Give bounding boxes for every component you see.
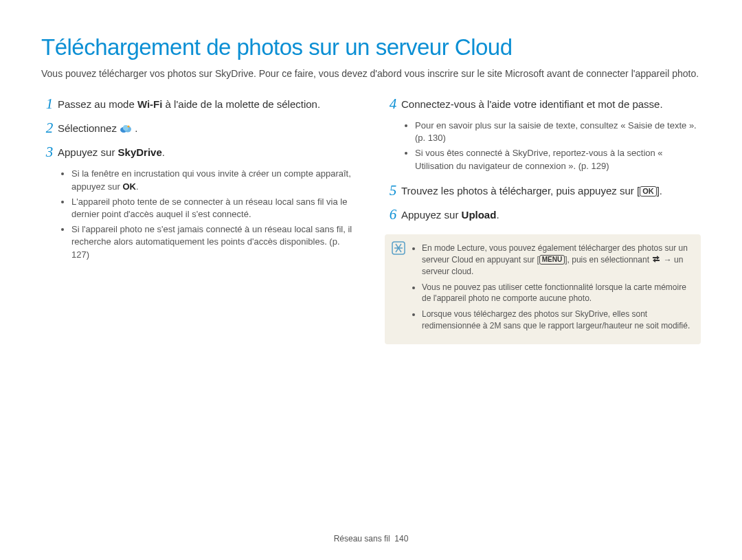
- share-icon: [651, 254, 661, 264]
- step-6: 6 Appuyez sur Upload.: [385, 206, 701, 223]
- note-item: Vous ne pouvez pas utiliser cette foncti…: [422, 282, 691, 305]
- ok-label: OK: [122, 181, 136, 192]
- step-3: 3 Appuyez sur SkyDrive.: [41, 144, 357, 161]
- bullet-item: Si l'appareil photo ne s'est jamais conn…: [71, 223, 357, 261]
- page: Téléchargement de photos sur un serveur …: [0, 0, 742, 560]
- text-post: .: [162, 146, 165, 158]
- step-4-bullets: Pour en savoir plus sur la saisie de tex…: [415, 120, 701, 172]
- step-2: 2 Sélectionnez .: [41, 120, 357, 137]
- step-5: 5 Trouvez les photos à télécharger, puis…: [385, 182, 701, 199]
- step-number: 5: [385, 182, 401, 199]
- step-number: 3: [41, 144, 58, 161]
- bullet-item: Si la fenêtre en incrustation qui vous i…: [71, 168, 357, 192]
- step-text: Trouvez les photos à télécharger, puis a…: [401, 182, 662, 199]
- bullet-item: Pour en savoir plus sur la saisie de tex…: [415, 120, 701, 144]
- footer-section: Réseau sans fil: [334, 534, 390, 544]
- page-title: Téléchargement de photos sur un serveur …: [41, 34, 701, 60]
- note-icon: [392, 241, 405, 255]
- text-post: ].: [657, 185, 662, 197]
- wifi-label: Wi-Fi: [137, 98, 163, 110]
- note-mid: ], puis en sélectionnant: [565, 255, 651, 265]
- right-column: 4 Connectez-vous à l'aide votre identifi…: [385, 96, 701, 344]
- text-post: à l'aide de la molette de sélection.: [162, 98, 320, 110]
- step-1: 1 Passez au mode Wi-Fi à l'aide de la mo…: [41, 96, 357, 113]
- cloud-icon: [120, 122, 132, 130]
- two-column-layout: 1 Passez au mode Wi-Fi à l'aide de la mo…: [41, 96, 701, 344]
- step-text: Passez au mode Wi-Fi à l'aide de la mole…: [58, 96, 320, 112]
- intro-paragraph: Vous pouvez télécharger vos photos sur S…: [41, 67, 701, 80]
- step-text: Connectez-vous à l'aide votre identifian…: [401, 96, 663, 112]
- step-3-bullets: Si la fenêtre en incrustation qui vous i…: [71, 168, 357, 260]
- svg-point-3: [127, 125, 129, 127]
- text-pre: Appuyez sur: [58, 146, 118, 158]
- ok-button-icon: OK: [640, 186, 657, 197]
- step-text: Appuyez sur Upload.: [401, 206, 499, 223]
- text-pre: Passez au mode: [58, 98, 137, 110]
- bullet-item: L'appareil photo tente de se connecter à…: [71, 196, 357, 221]
- upload-label: Upload: [462, 209, 497, 221]
- footer-page-number: 140: [394, 534, 408, 544]
- text-post: .: [135, 122, 137, 134]
- step-number: 6: [385, 206, 401, 223]
- text-pre: Trouvez les photos à télécharger, puis a…: [401, 185, 640, 197]
- bullet-post: .: [136, 181, 139, 192]
- bullet-item: Si vous êtes connecté à SkyDrive, report…: [415, 147, 701, 172]
- left-column: 1 Passez au mode Wi-Fi à l'aide de la mo…: [41, 96, 357, 344]
- skydrive-label: SkyDrive: [118, 146, 162, 158]
- menu-button-icon: MENU: [539, 255, 565, 265]
- page-footer: Réseau sans fil 140: [0, 534, 742, 544]
- step-number: 1: [41, 96, 58, 113]
- step-text: Appuyez sur SkyDrive.: [58, 144, 165, 160]
- step-number: 4: [385, 96, 401, 113]
- note-item: Lorsque vous téléchargez des photos sur …: [422, 309, 691, 332]
- text-post: .: [496, 209, 499, 221]
- note-box: En mode Lecture, vous pouvez également t…: [385, 234, 701, 344]
- step-number: 2: [41, 120, 58, 137]
- step-text: Sélectionnez .: [58, 120, 137, 136]
- note-list: En mode Lecture, vous pouvez également t…: [412, 243, 691, 332]
- step-4: 4 Connectez-vous à l'aide votre identifi…: [385, 96, 701, 113]
- text-pre: Appuyez sur: [401, 209, 462, 221]
- bullet-pre: Si la fenêtre en incrustation qui vous i…: [71, 168, 351, 191]
- text-pre: Sélectionnez: [58, 122, 120, 134]
- note-item: En mode Lecture, vous pouvez également t…: [422, 243, 691, 277]
